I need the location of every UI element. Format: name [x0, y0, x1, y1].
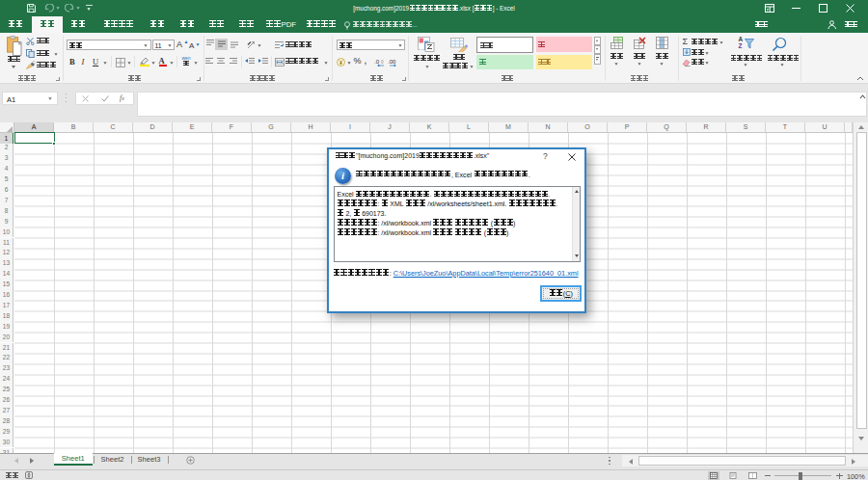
svg-text:0: 0	[381, 60, 384, 65]
svg-text:.00: .00	[388, 59, 396, 65]
svg-text:.0: .0	[374, 59, 380, 65]
